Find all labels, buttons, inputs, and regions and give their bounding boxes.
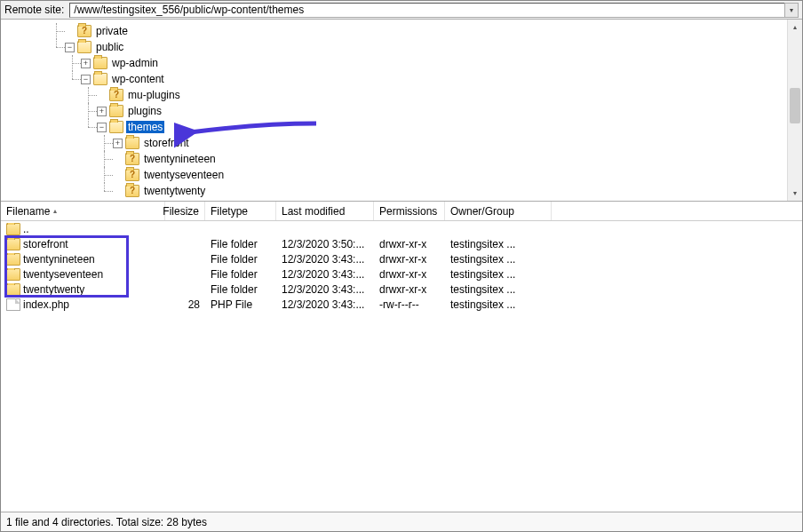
modified-cell: 12/3/2020 3:50:... [276, 238, 374, 250]
collapse-icon[interactable]: − [65, 43, 75, 52]
filename-cell: .. [23, 223, 29, 235]
filetype-cell: File folder [205, 268, 276, 281]
tree-node-wp-content[interactable]: − wp-content [1, 71, 802, 87]
col-header-owner[interactable]: Owner/Group [445, 202, 552, 220]
filesize-cell: 28 [165, 298, 205, 311]
folder-icon [6, 268, 20, 281]
col-header-permissions[interactable]: Permissions [374, 202, 445, 220]
filename-cell: index.php [23, 298, 69, 311]
scrollbar-thumb[interactable] [790, 88, 800, 123]
modified-cell: 12/3/2020 3:43:... [276, 253, 374, 266]
folder-open-icon [109, 121, 123, 133]
status-text: 1 file and 4 directories. Total size: 28… [6, 516, 207, 528]
tree-node-public[interactable]: − public [1, 39, 802, 55]
filetype-cell: File folder [205, 283, 276, 296]
list-columns-header: Filename ▴ Filesize Filetype Last modifi… [1, 202, 802, 221]
tree-node-twentynineteen[interactable]: twentynineteen [1, 151, 802, 167]
tree-node-wp-admin[interactable]: + wp-admin [1, 55, 802, 71]
list-row[interactable]: index.php 28 PHP File 12/3/2020 3:43:...… [1, 297, 802, 312]
list-row[interactable]: twentytwenty File folder 12/3/2020 3:43:… [1, 282, 802, 297]
folder-unknown-icon [77, 25, 91, 37]
modified-cell: 12/3/2020 3:43:... [276, 283, 374, 296]
tree-label: wp-content [110, 73, 166, 85]
remote-site-label: Remote site: [4, 4, 64, 16]
scroll-up-icon[interactable]: ▴ [788, 20, 802, 35]
folder-icon [6, 238, 20, 250]
folder-icon [93, 57, 107, 69]
expand-icon[interactable]: + [113, 139, 123, 148]
filetype-cell: File folder [205, 238, 276, 250]
sort-asc-icon: ▴ [53, 207, 57, 215]
php-file-icon [6, 298, 20, 311]
perms-cell: -rw-r--r-- [374, 298, 445, 311]
tree-node-storefront[interactable]: + storefront [1, 135, 802, 151]
tree-node-twentytwenty[interactable]: twentytwenty [1, 183, 802, 199]
tree-label: twentynineteen [142, 153, 218, 165]
owner-cell: testingsitex ... [445, 283, 552, 296]
perms-cell: drwxr-xr-x [374, 253, 445, 266]
list-row[interactable]: twentynineteen File folder 12/3/2020 3:4… [1, 251, 802, 266]
tree-label-selected: themes [126, 121, 164, 133]
tree-label: twentyseventeen [142, 169, 226, 181]
folder-icon [125, 137, 139, 149]
col-header-filesize[interactable]: Filesize [165, 202, 205, 220]
tree-node-twentyseventeen[interactable]: twentyseventeen [1, 167, 802, 183]
modified-cell: 12/3/2020 3:43:... [276, 298, 374, 311]
collapse-icon[interactable]: − [97, 123, 107, 132]
remote-tree-pane[interactable]: private − public + wp-admi [1, 20, 802, 202]
tree-label: storefront [142, 137, 191, 149]
filename-cell: twentytwenty [23, 283, 84, 296]
tree-label: wp-admin [110, 57, 160, 69]
list-row-parent[interactable]: .. [1, 221, 802, 236]
tree-node-themes[interactable]: − themes [1, 119, 802, 135]
tree-node-private[interactable]: private [1, 23, 802, 39]
tree-node-mu-plugins[interactable]: mu-plugins [1, 87, 802, 103]
folder-icon [6, 253, 20, 266]
tree-label: mu-plugins [126, 89, 182, 101]
col-header-modified[interactable]: Last modified [276, 202, 374, 220]
tree-vertical-scrollbar[interactable]: ▴ ▾ [787, 20, 802, 201]
owner-cell: testingsitex ... [445, 253, 552, 266]
folder-open-icon [93, 73, 107, 85]
owner-cell: testingsitex ... [445, 298, 552, 311]
remote-path-input[interactable]: /www/testingsitex_556/public/wp-content/… [69, 3, 785, 18]
owner-cell: testingsitex ... [445, 238, 552, 250]
filetype-cell: File folder [205, 253, 276, 266]
remote-path-bar: Remote site: /www/testingsitex_556/publi… [1, 1, 802, 20]
remote-path-value: /www/testingsitex_556/public/wp-content/… [74, 4, 304, 16]
scroll-down-icon[interactable]: ▾ [788, 186, 802, 201]
folder-unknown-icon [125, 185, 139, 197]
folder-unknown-icon [125, 153, 139, 165]
tree-label: plugins [126, 105, 163, 117]
path-dropdown-button[interactable]: ▾ [784, 3, 799, 18]
filename-cell: twentyseventeen [23, 268, 103, 281]
expand-icon[interactable]: + [97, 107, 107, 116]
folder-icon [6, 283, 20, 296]
folder-icon [6, 223, 20, 235]
col-header-filename[interactable]: Filename ▴ [1, 202, 165, 220]
collapse-icon[interactable]: − [81, 75, 91, 84]
folder-unknown-icon [109, 89, 123, 101]
tree-node-plugins[interactable]: + plugins [1, 103, 802, 119]
owner-cell: testingsitex ... [445, 268, 552, 281]
perms-cell: drwxr-xr-x [374, 268, 445, 281]
modified-cell: 12/3/2020 3:43:... [276, 268, 374, 281]
folder-unknown-icon [125, 169, 139, 181]
chevron-down-icon: ▾ [790, 6, 793, 14]
folder-icon [109, 105, 123, 117]
perms-cell: drwxr-xr-x [374, 238, 445, 250]
filename-cell: twentynineteen [23, 253, 95, 266]
folder-open-icon [77, 41, 91, 53]
tree-label: twentytwenty [142, 185, 207, 197]
tree-label: public [94, 41, 125, 53]
tree-label: private [94, 25, 130, 37]
col-header-filetype[interactable]: Filetype [205, 202, 276, 220]
list-row[interactable]: storefront File folder 12/3/2020 3:50:..… [1, 236, 802, 251]
list-row[interactable]: twentyseventeen File folder 12/3/2020 3:… [1, 266, 802, 282]
status-bar: 1 file and 4 directories. Total size: 28… [1, 512, 802, 531]
expand-icon[interactable]: + [81, 59, 91, 68]
filetype-cell: PHP File [205, 298, 276, 311]
filename-cell: storefront [23, 238, 68, 250]
perms-cell: drwxr-xr-x [374, 283, 445, 296]
remote-file-list: Filename ▴ Filesize Filetype Last modifi… [1, 202, 802, 512]
